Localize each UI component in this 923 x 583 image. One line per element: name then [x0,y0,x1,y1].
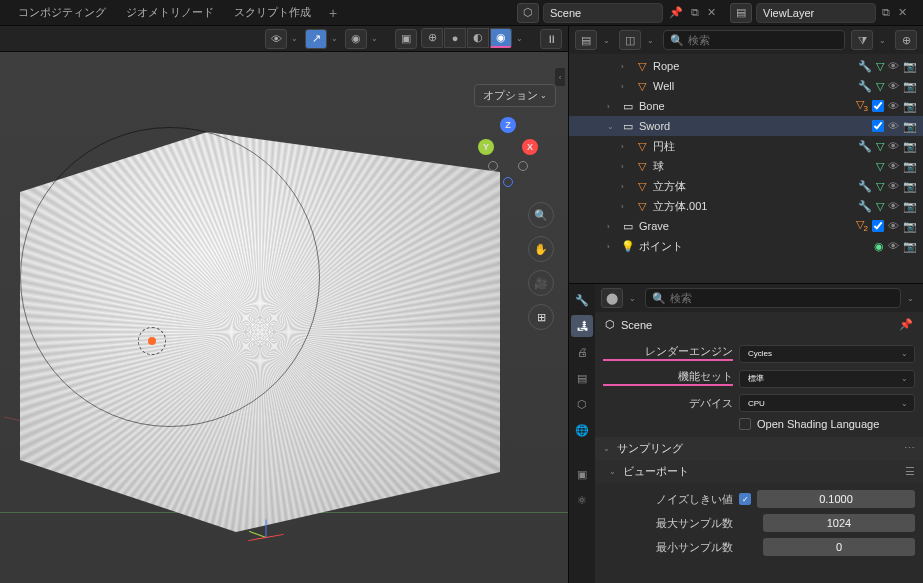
cam-toggle-icon[interactable]: 📷 [903,180,917,193]
outliner-search-input[interactable] [688,34,838,46]
tree-row[interactable]: ›▽立方体🔧▽👁📷 [569,176,923,196]
tree-row[interactable]: ⌄▭Sword👁📷 [569,116,923,136]
eye-toggle-icon[interactable]: 👁 [888,60,899,72]
tri-icon[interactable]: ▽ [876,80,884,93]
expand-icon[interactable]: › [621,62,631,71]
exclude-checkbox[interactable] [872,100,884,112]
feature-set-dropdown[interactable]: 標準 [739,370,915,388]
expand-icon[interactable]: › [607,242,617,251]
tri-icon[interactable]: ▽ [876,140,884,153]
expand-icon[interactable]: ⌄ [607,122,617,131]
pin-icon[interactable]: 📌 [899,318,913,331]
tab-compositing[interactable]: コンポジティング [8,1,116,24]
expand-icon[interactable]: › [621,182,631,191]
exclude-checkbox[interactable] [872,220,884,232]
prop-tab-output[interactable]: 🖨 [571,341,593,363]
prop-tab-tool[interactable]: 🔧 [571,289,593,311]
max-samples-value[interactable]: 1024 [763,514,915,532]
expand-icon[interactable]: › [607,222,617,231]
eye-toggle-icon[interactable]: 👁 [888,100,899,112]
zoom-icon[interactable]: 🔍 [528,202,554,228]
breadcrumb-scene[interactable]: Scene [621,319,652,331]
cam-toggle-icon[interactable]: 📷 [903,120,917,133]
overlay-toggle[interactable]: ◉ [345,29,367,49]
transform-gizmo[interactable] [246,517,286,557]
tree-row[interactable]: ›▭Bone▽3👁📷 [569,96,923,116]
prop-tab-object[interactable]: ▣ [571,463,593,485]
layer-browse-button[interactable]: ▤ [730,3,752,23]
panel-preset-icon[interactable]: ☰ [905,465,915,478]
cam-toggle-icon[interactable]: 📷 [903,240,917,253]
prop-editor-type[interactable]: ⬤ [601,288,623,308]
wrench-icon[interactable]: 🔧 [858,60,872,73]
viewport-sampling-header[interactable]: ⌄ ビューポート ☰ [595,460,923,483]
render-engine-dropdown[interactable]: Cycles [739,345,915,363]
outliner-filter-button[interactable]: ⧩ [851,30,873,50]
noise-threshold-value[interactable]: 0.1000 [757,490,915,508]
prop-tab-render[interactable]: 🏞 [571,315,593,337]
eye-toggle-icon[interactable]: 👁 [888,160,899,172]
eye-toggle-icon[interactable]: 👁 [888,200,899,212]
gizmo-neg-z[interactable] [503,177,513,187]
eye-toggle-icon[interactable]: 👁 [888,140,899,152]
gizmo-toggle[interactable]: ↗ [305,29,327,49]
prop-tab-world[interactable]: 🌐 [571,419,593,441]
outliner-new-collection[interactable]: ⊕ [895,30,917,50]
xray-toggle[interactable]: ▣ [395,29,417,49]
shading-material[interactable]: ◐ [467,28,489,48]
cam-toggle-icon[interactable]: 📷 [903,160,917,173]
tab-geometry[interactable]: ジオメトリノード [116,1,224,24]
layer-name-field[interactable]: ViewLayer [756,3,876,23]
pan-icon[interactable]: ✋ [528,236,554,262]
wrench-icon[interactable]: 🔧 [858,80,872,93]
prop-tab-physics[interactable]: ⚛ [571,489,593,511]
light-data-icon[interactable]: ◉ [874,240,884,253]
shading-rendered[interactable]: ◉ [490,28,512,48]
pause-render-button[interactable]: ⏸ [540,29,562,49]
tree-row[interactable]: ›▽円柱🔧▽👁📷 [569,136,923,156]
device-dropdown[interactable]: CPU [739,394,915,412]
expand-icon[interactable]: › [621,202,631,211]
scene-browse-button[interactable]: ⬡ [517,3,539,23]
pin-icon[interactable]: 📌 [667,4,685,21]
tree-row[interactable]: ›💡ポイント◉👁📷 [569,236,923,256]
gizmo-neg-axis2[interactable] [518,161,528,171]
prop-tab-viewlayer[interactable]: ▤ [571,367,593,389]
expand-icon[interactable]: › [621,142,631,151]
gizmo-z-axis[interactable]: Z [500,117,516,133]
min-samples-value[interactable]: 0 [763,538,915,556]
copy-scene-icon[interactable]: ⧉ [689,4,701,21]
cam-toggle-icon[interactable]: 📷 [903,220,917,233]
expand-icon[interactable]: › [621,162,631,171]
cam-toggle-icon[interactable]: 📷 [903,60,917,73]
tree-row[interactable]: ›▭Grave▽2👁📷 [569,216,923,236]
exclude-checkbox[interactable] [872,120,884,132]
tab-add-button[interactable]: + [321,1,345,25]
eye-toggle-icon[interactable]: 👁 [888,220,899,232]
outliner-search[interactable]: 🔍 [663,30,845,50]
property-search-input[interactable] [670,292,894,304]
camera-view-icon[interactable]: 🎥 [528,270,554,296]
tri-icon[interactable]: ▽ [876,160,884,173]
noise-threshold-checkbox[interactable]: ✓ [739,493,751,505]
cam-toggle-icon[interactable]: 📷 [903,80,917,93]
delete-layer-icon[interactable]: ✕ [896,4,909,21]
outliner-view-mode[interactable]: ◫ [619,30,641,50]
gizmo-x-axis[interactable]: X [522,139,538,155]
wrench-icon[interactable]: 🔧 [858,180,872,193]
prop-tab-scene[interactable]: ⬡ [571,393,593,415]
viewport-options-button[interactable]: オプション⌄ [474,84,556,107]
property-search[interactable]: 🔍 [645,288,901,308]
cam-toggle-icon[interactable]: 📷 [903,100,917,113]
tree-row[interactable]: ›▽Rope🔧▽👁📷 [569,56,923,76]
eye-toggle-icon[interactable]: 👁 [888,180,899,192]
panel-collapser[interactable]: ‹ [555,68,565,86]
outliner-tree[interactable]: ›▽Rope🔧▽👁📷›▽Well🔧▽👁📷›▭Bone▽3👁📷⌄▭Sword👁📷›… [569,54,923,283]
shading-wireframe[interactable]: ⊕ [421,28,443,48]
eye-toggle-icon[interactable]: 👁 [888,80,899,92]
tri-icon[interactable]: ▽ [876,60,884,73]
shading-solid[interactable]: ● [444,28,466,48]
viewport-canvas[interactable]: オプション⌄ Z X Y 🔍 ✋ 🎥 ⊞ [0,52,568,583]
scene-name-field[interactable]: Scene [543,3,663,23]
tree-row[interactable]: ›▽立方体.001🔧▽👁📷 [569,196,923,216]
